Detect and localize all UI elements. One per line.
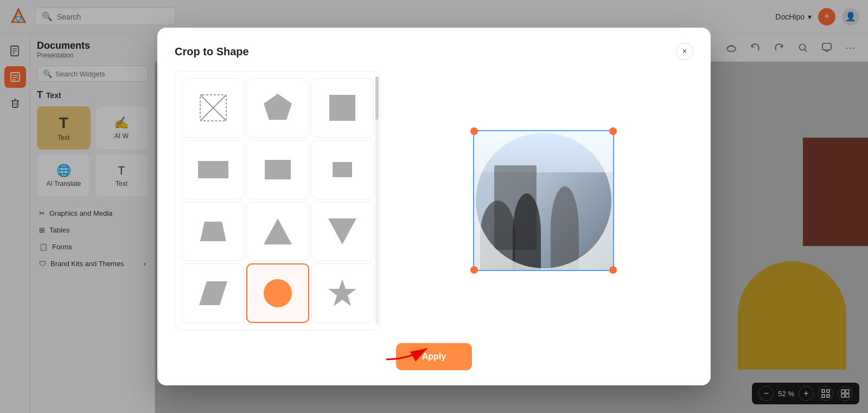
crop-to-shape-modal: Crop to Shape × [157,28,711,385]
scrollbar-track[interactable] [375,76,379,325]
modal-overlay: Crop to Shape × [0,0,868,413]
crop-frame [473,130,614,271]
shape-rect-med[interactable] [246,140,309,199]
shape-parallelogram[interactable] [182,263,244,323]
shape-trapezoid[interactable] [182,202,244,261]
shapes-grid [182,78,374,323]
shape-star[interactable] [311,263,374,323]
shape-no-shape[interactable] [182,78,244,138]
shape-pentagon[interactable] [246,78,309,138]
shape-triangle-down[interactable] [311,202,374,261]
modal-body [175,71,693,330]
svg-marker-32 [199,281,227,305]
scrollbar-thumb[interactable] [375,76,379,120]
shape-circle[interactable] [246,263,309,323]
handle-bottom-left[interactable] [470,266,478,274]
svg-marker-24 [264,94,292,120]
close-icon: × [682,47,687,56]
shape-triangle-up[interactable] [246,202,309,261]
svg-marker-29 [200,222,226,241]
handle-top-left[interactable] [470,127,478,135]
arrow-indicator [375,338,441,365]
svg-rect-27 [265,160,291,179]
svg-marker-30 [264,218,292,244]
handle-top-right[interactable] [609,127,617,135]
shape-rect-wide[interactable] [182,140,244,199]
handle-bottom-right[interactable] [609,266,617,274]
svg-rect-25 [329,95,355,121]
svg-rect-28 [333,162,352,177]
modal-header: Crop to Shape × [175,43,693,60]
shapes-grid-container [175,71,381,330]
shape-square[interactable] [311,78,374,138]
modal-close-button[interactable]: × [676,43,693,60]
modal-title: Crop to Shape [175,46,249,58]
preview-image-container [473,130,614,271]
svg-rect-26 [198,161,228,178]
shapes-panel [175,71,381,330]
svg-marker-31 [328,218,356,244]
shape-rect-small[interactable] [311,140,374,199]
preview-panel [394,71,693,330]
apply-section: Apply [175,343,693,370]
svg-marker-34 [328,279,356,306]
svg-point-33 [264,279,292,307]
